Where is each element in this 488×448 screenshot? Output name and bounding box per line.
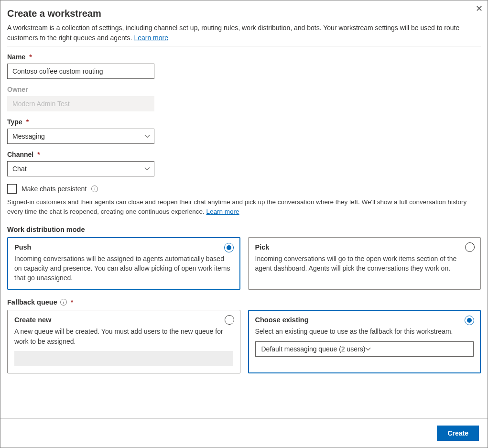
fallback-queue-label: Fallback queue i * [7,298,481,306]
persistent-learn-more-link[interactable]: Learn more [206,208,239,215]
intro-learn-more-link[interactable]: Learn more [134,34,168,42]
persistent-chat-checkbox[interactable] [7,184,17,194]
required-indicator: * [26,118,29,126]
existing-queue-select[interactable]: Default messaging queue (2 users) [255,341,474,357]
owner-input [7,96,154,111]
dialog-title: Create a workstream [7,8,481,19]
create-queue-name-input-disabled [14,351,233,366]
persistent-chat-row: Make chats persistent i [7,184,481,194]
close-icon[interactable]: ✕ [476,4,483,13]
push-radio[interactable] [224,243,234,252]
persistent-chat-help: Signed-in customers and their agents can… [7,197,481,217]
channel-select[interactable]: Chat [7,161,154,176]
info-icon[interactable]: i [60,299,67,306]
create-radio[interactable] [225,315,234,325]
dialog-footer: Create [0,418,488,448]
dialog-intro: A workstream is a collection of settings… [7,23,481,46]
fallback-queue-label-text: Fallback queue [7,298,57,306]
existing-queue-value: Default messaging queue (2 users) [261,345,366,353]
pick-desc: Incoming conversations will go to the op… [255,254,474,273]
type-select[interactable]: Messaging [7,129,154,144]
type-label-text: Type [7,118,22,126]
work-dist-pick-card[interactable]: Pick Incoming conversations will go to t… [248,237,481,290]
persistent-chat-label: Make chats persistent [22,185,87,193]
pick-radio[interactable] [465,242,475,252]
name-label-text: Name [7,53,25,61]
required-indicator: * [29,53,32,61]
intro-text: A workstream is a collection of settings… [7,24,459,42]
required-indicator: * [37,151,40,158]
create-button[interactable]: Create [437,426,479,441]
chevron-down-icon [144,133,150,139]
type-label: Type * [7,118,481,126]
choose-radio[interactable] [465,316,474,325]
fallback-choose-card[interactable]: Choose existing Select an existing queue… [248,310,481,373]
push-title: Push [14,243,233,251]
chevron-down-icon [365,346,371,352]
name-input[interactable] [7,64,154,79]
name-label: Name * [7,53,481,61]
choose-desc: Select an existing queue to use as the f… [255,327,474,336]
channel-label: Channel * [7,151,481,158]
channel-label-text: Channel [7,151,33,158]
info-icon[interactable]: i [91,186,98,192]
work-distribution-label: Work distribution mode [7,226,481,233]
required-indicator: * [71,298,74,306]
fallback-create-card[interactable]: Create new A new queue will be created. … [7,310,240,373]
choose-title: Choose existing [255,316,474,324]
owner-label: Owner [7,86,481,93]
chevron-down-icon [144,166,150,172]
create-desc: A new queue will be created. You must ad… [14,327,233,346]
push-desc: Incoming conversations will be assigned … [14,254,233,283]
create-title: Create new [14,316,233,324]
pick-title: Pick [255,243,474,251]
work-dist-push-card[interactable]: Push Incoming conversations will be assi… [7,237,240,290]
channel-select-value: Chat [12,165,27,173]
type-select-value: Messaging [12,132,45,140]
